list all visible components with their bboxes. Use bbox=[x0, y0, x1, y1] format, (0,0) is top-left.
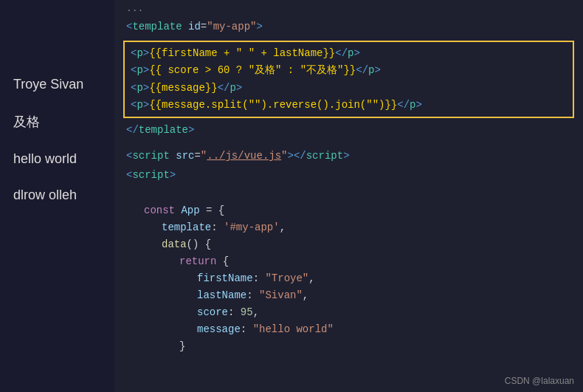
highlight-line-2: <p>{{ score > 60 ? "及格" : "不及格"}}</p> bbox=[131, 62, 567, 79]
output-hello-world: hello world bbox=[7, 148, 107, 170]
left-panel: Troye Sivan 及格 hello world dlrow olleh bbox=[0, 0, 114, 392]
highlight-line-1: <p>{{firstName + " " + lastName}}</p> bbox=[131, 45, 567, 62]
output-troye-sivan: Troye Sivan bbox=[7, 74, 107, 95]
script-src-line: <script src="../js/vue.js"></script> bbox=[114, 146, 583, 165]
highlight-line-4: <p>{{message.split("").reverse().join(""… bbox=[131, 97, 567, 114]
watermark: CSDN @lalaxuan bbox=[505, 376, 574, 386]
template-close-tag: </template> bbox=[114, 123, 583, 137]
output-pass: 及格 bbox=[7, 110, 107, 134]
highlight-line-3: <p>{{message}}</p> bbox=[131, 80, 567, 97]
code-panel: ... <template id="my-app"> <p>{{firstNam… bbox=[114, 0, 583, 392]
highlighted-code-block: <p>{{firstName + " " + lastName}}</p> <p… bbox=[123, 41, 574, 117]
output-dlrow-olleh: dlrow olleh bbox=[7, 185, 107, 206]
template-open-tag: <template id="my-app"> bbox=[114, 17, 583, 36]
top-ellipsis: ... bbox=[114, 0, 583, 17]
js-code-block: const App = { template: '#my-app', data(… bbox=[114, 185, 583, 373]
script-open-tag: <script> bbox=[114, 165, 583, 185]
